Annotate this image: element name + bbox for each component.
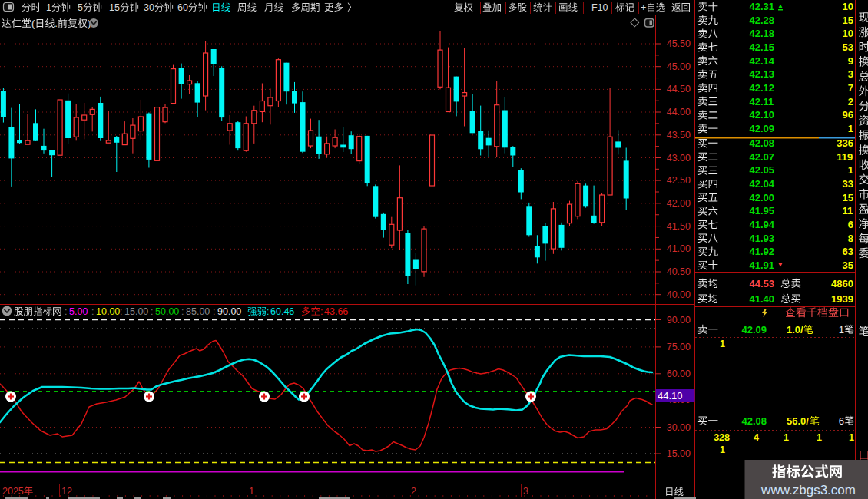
svg-text:15.00: 15.00 <box>667 448 691 459</box>
svg-text:40.50: 40.50 <box>667 266 691 277</box>
svg-text:42.15: 42.15 <box>749 41 774 53</box>
svg-text:45.50: 45.50 <box>667 38 691 49</box>
svg-text:3: 3 <box>848 68 853 80</box>
svg-text:42.09: 42.09 <box>749 123 774 134</box>
svg-text:10.00: 10.00 <box>96 306 120 317</box>
svg-text:44.53: 44.53 <box>749 278 774 289</box>
svg-text:45.00: 45.00 <box>667 61 691 72</box>
svg-text:11: 11 <box>843 205 853 216</box>
svg-text::: : <box>151 306 153 317</box>
svg-text:42.18: 42.18 <box>749 28 774 39</box>
svg-text:60.46: 60.46 <box>270 306 294 317</box>
svg-text:41.40: 41.40 <box>749 293 774 305</box>
svg-text:+: + <box>641 2 646 13</box>
svg-text:43.66: 43.66 <box>324 306 348 317</box>
svg-text:1: 1 <box>848 164 853 176</box>
svg-text:40.00: 40.00 <box>667 289 691 300</box>
svg-text:15: 15 <box>109 2 120 13</box>
svg-text:96: 96 <box>843 109 853 121</box>
svg-text:56.0/: 56.0/ <box>787 415 809 427</box>
svg-text:336: 336 <box>837 137 853 149</box>
svg-text:33: 33 <box>843 178 853 190</box>
svg-text:50.00: 50.00 <box>155 306 179 317</box>
svg-text:42.28: 42.28 <box>749 15 774 26</box>
svg-text:.: . <box>55 18 58 29</box>
svg-text:75.00: 75.00 <box>667 342 691 352</box>
svg-text:42.00: 42.00 <box>667 198 691 209</box>
svg-text::: : <box>65 306 67 317</box>
svg-text:F10: F10 <box>591 2 608 13</box>
svg-text:41.50: 41.50 <box>667 221 691 232</box>
svg-text:53: 53 <box>843 41 853 53</box>
svg-text:5: 5 <box>78 2 83 13</box>
svg-text:42.07: 42.07 <box>749 151 774 163</box>
svg-text:42.12: 42.12 <box>749 82 774 94</box>
svg-text:1: 1 <box>817 432 822 443</box>
svg-text:12: 12 <box>61 486 72 497</box>
svg-text:35: 35 <box>843 259 853 271</box>
svg-text:41.91: 41.91 <box>749 259 774 271</box>
svg-text:42.11: 42.11 <box>749 96 774 107</box>
svg-text:85.00: 85.00 <box>186 306 210 317</box>
svg-text:1.0/: 1.0/ <box>787 324 803 335</box>
svg-text:42.10: 42.10 <box>749 109 774 121</box>
svg-text:41.94: 41.94 <box>749 219 774 230</box>
svg-text:1: 1 <box>720 444 725 455</box>
svg-text:41.95: 41.95 <box>749 205 774 216</box>
svg-text:60: 60 <box>177 2 188 13</box>
svg-text:1: 1 <box>720 339 725 349</box>
svg-text:5.00: 5.00 <box>69 306 88 317</box>
svg-text:60.00: 60.00 <box>667 368 691 379</box>
svg-text:41.93: 41.93 <box>749 233 774 244</box>
svg-text:30.00: 30.00 <box>667 422 691 433</box>
svg-text:6: 6 <box>848 219 853 230</box>
svg-text:1: 1 <box>249 486 254 497</box>
svg-text:44.10: 44.10 <box>658 390 683 402</box>
svg-text:2: 2 <box>848 96 853 107</box>
svg-text:4: 4 <box>754 432 759 443</box>
svg-text:42.08: 42.08 <box>749 137 774 149</box>
svg-text::: : <box>320 306 323 317</box>
svg-text:1939: 1939 <box>831 293 853 305</box>
svg-text:8: 8 <box>848 233 853 244</box>
svg-text:119: 119 <box>837 151 853 163</box>
svg-text:90.00: 90.00 <box>217 306 241 317</box>
svg-text::: : <box>181 306 184 317</box>
svg-text:41.00: 41.00 <box>667 243 691 254</box>
svg-text:www.zbgs3.com: www.zbgs3.com <box>760 483 856 497</box>
svg-text:1: 1 <box>848 123 853 134</box>
svg-text:42.31: 42.31 <box>749 1 774 12</box>
svg-text:42.04: 42.04 <box>749 178 774 190</box>
svg-text:1: 1 <box>839 324 844 335</box>
svg-text:43.00: 43.00 <box>667 153 691 164</box>
svg-text:63: 63 <box>843 246 853 257</box>
svg-text:42.09: 42.09 <box>741 324 767 335</box>
svg-text:3: 3 <box>523 486 528 497</box>
svg-text:1: 1 <box>46 2 51 13</box>
svg-text:328: 328 <box>714 432 730 443</box>
svg-text:90.00: 90.00 <box>667 315 691 326</box>
svg-text:44.50: 44.50 <box>667 84 691 94</box>
svg-text:15: 15 <box>843 192 853 203</box>
svg-text:43.50: 43.50 <box>667 130 691 140</box>
svg-text:9: 9 <box>848 55 853 67</box>
svg-text:30: 30 <box>144 2 154 13</box>
svg-text:1: 1 <box>784 432 789 443</box>
svg-text:42.50: 42.50 <box>667 175 691 186</box>
svg-text:15.00: 15.00 <box>124 306 148 317</box>
svg-text:41.92: 41.92 <box>749 246 774 257</box>
svg-text:4860: 4860 <box>831 278 853 289</box>
svg-text::: : <box>120 306 122 317</box>
svg-text:10: 10 <box>843 28 853 39</box>
svg-text:42.14: 42.14 <box>749 55 774 67</box>
svg-text:44.00: 44.00 <box>667 107 691 117</box>
svg-text::: : <box>91 306 94 317</box>
svg-text::: : <box>213 306 215 317</box>
svg-text:15: 15 <box>843 15 853 26</box>
svg-text:42.05: 42.05 <box>749 164 774 176</box>
svg-text:2: 2 <box>411 486 416 497</box>
svg-text:7: 7 <box>848 82 853 94</box>
svg-text:42.08: 42.08 <box>741 415 767 427</box>
svg-text:(: ( <box>31 18 35 29</box>
svg-text:2025: 2025 <box>2 486 24 497</box>
